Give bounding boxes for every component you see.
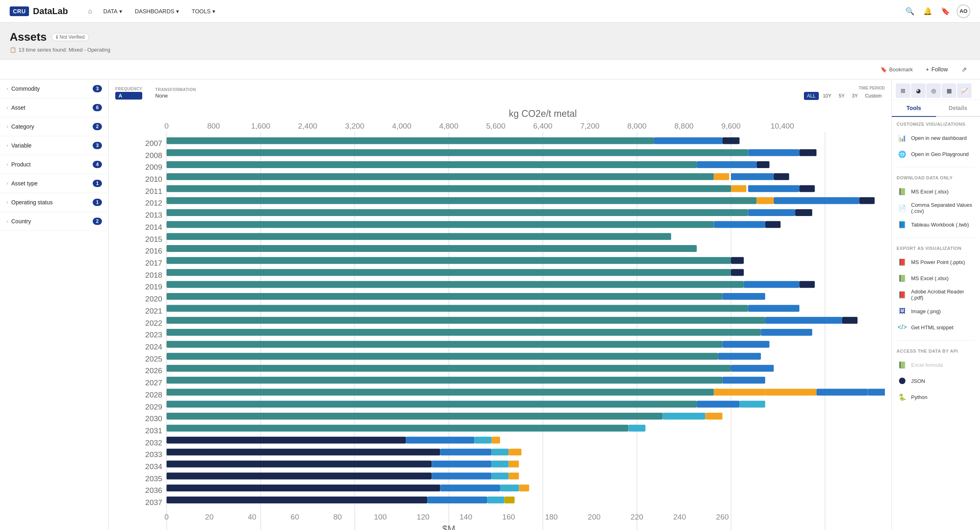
svg-rect-89	[774, 197, 859, 204]
chart-area: FREQUENCY A TRANSFORMATION None TIME PER…	[109, 79, 891, 530]
badge-label: Not Verified	[60, 34, 85, 40]
viz-donut-icon[interactable]: ◎	[926, 83, 941, 98]
svg-rect-107	[723, 377, 765, 384]
time-btn-custom[interactable]: Custom	[862, 92, 885, 100]
svg-rect-129	[440, 484, 500, 491]
svg-text:2009: 2009	[145, 163, 162, 171]
svg-text:2017: 2017	[145, 259, 162, 267]
svg-rect-105	[718, 353, 761, 360]
frequency-value: A	[115, 92, 142, 100]
svg-text:2034: 2034	[145, 462, 162, 471]
open-dashboard-item[interactable]: 📊 Open in new dashboard	[897, 130, 975, 146]
nav-data[interactable]: DATA ▾	[98, 6, 127, 17]
export-pdf-label: Adobe Acrobat Reader (.pdf)	[911, 289, 975, 301]
export-png-item[interactable]: 🖼 Image (.png)	[897, 303, 975, 319]
svg-text:2032: 2032	[145, 439, 162, 447]
export-pdf-item[interactable]: 📕 Adobe Acrobat Reader (.pdf)	[897, 286, 975, 303]
api-json-item[interactable]: JSON	[897, 373, 975, 389]
export-html-item[interactable]: </> Get HTML snippet	[897, 319, 975, 335]
svg-rect-59	[166, 305, 748, 312]
filter-asset[interactable]: › Asset 6	[0, 98, 108, 117]
bookmark-button[interactable]: 🔖 Bookmark	[877, 65, 916, 74]
api-python-label: Python	[911, 394, 927, 400]
chart-svg-container: kg CO2e/t metal 0 800 1,600 2,400 3,200 …	[115, 105, 885, 530]
viz-pie-icon[interactable]: ◕	[911, 83, 926, 98]
svg-text:2024: 2024	[145, 343, 162, 351]
export-ppt-item[interactable]: 📕 MS Power Point (.pptx)	[897, 254, 975, 270]
svg-rect-86	[748, 185, 799, 192]
svg-text:3,200: 3,200	[345, 122, 364, 130]
download-csv-item[interactable]: 📄 Comma Separated Values (.csv)	[897, 200, 975, 216]
nav-dashboards[interactable]: DASHBOARDS ▾	[129, 6, 185, 17]
api-python-item[interactable]: 🐍 Python	[897, 389, 975, 405]
svg-rect-93	[714, 221, 765, 228]
svg-rect-114	[662, 413, 705, 420]
svg-rect-115	[705, 413, 722, 420]
download-tableau-item[interactable]: 📘 Tableau Workbook (.twb)	[897, 216, 975, 233]
filter-asset-type[interactable]: › Asset type 1	[0, 174, 108, 193]
home-button[interactable]: ⌂	[84, 5, 96, 17]
share-icon: ⇗	[961, 66, 967, 73]
time-btn-10y[interactable]: 10Y	[820, 92, 835, 100]
filter-product[interactable]: › Product 4	[0, 155, 108, 174]
viz-bar-icon[interactable]: ▦	[942, 83, 956, 98]
status-badge: ℹ Not Verified	[52, 33, 89, 41]
svg-rect-65	[166, 377, 722, 384]
notifications-button[interactable]: 🔔	[921, 5, 934, 18]
svg-rect-58	[166, 293, 722, 300]
geo-icon: 🌐	[897, 148, 908, 160]
time-btn-3y[interactable]: 3Y	[849, 92, 861, 100]
time-btn-5y[interactable]: 5Y	[835, 92, 848, 100]
export-html-label: Get HTML snippet	[911, 324, 953, 330]
filter-variable-label: Variable	[11, 142, 31, 149]
time-btn-all[interactable]: ALL	[804, 92, 819, 100]
section-api: ACCESS THE DATA BY API 📗 Excel formula J…	[892, 344, 980, 407]
open-geo-item[interactable]: 🌐 Open in Geo Playground	[897, 146, 975, 162]
svg-text:800: 800	[207, 122, 220, 130]
svg-rect-118	[474, 436, 491, 443]
filter-commodity[interactable]: › Commodity 3	[0, 79, 108, 98]
filter-operating-status-count: 1	[93, 199, 102, 206]
page-header: Assets ℹ Not Verified 📋 13 time series f…	[0, 23, 980, 60]
download-excel-item[interactable]: 📗 MS Excel (.xlsx)	[897, 183, 975, 200]
section-download: DOWNLOAD DATA ONLY 📗 MS Excel (.xlsx) 📄 …	[892, 170, 980, 234]
filter-category[interactable]: › Category 2	[0, 117, 108, 136]
x-axis-bottom: 0 20 40 60 80 100 120 140 160 180 200 22…	[164, 513, 729, 521]
filter-operating-status[interactable]: › Operating status 1	[0, 193, 108, 212]
user-avatar[interactable]: AO	[957, 4, 970, 18]
filter-country[interactable]: › Country 2	[0, 212, 108, 231]
filter-variable[interactable]: › Variable 3	[0, 136, 108, 155]
chevron-icon: ›	[6, 105, 8, 110]
svg-text:2014: 2014	[145, 223, 162, 231]
bar-chart: kg CO2e/t metal 0 800 1,600 2,400 3,200 …	[115, 105, 885, 530]
export-excel-item[interactable]: 📗 MS Excel (.xlsx)	[897, 270, 975, 286]
svg-rect-49	[166, 185, 731, 192]
tab-details[interactable]: Details	[936, 100, 980, 117]
divider-2	[897, 237, 975, 238]
svg-rect-88	[757, 197, 774, 204]
svg-rect-120	[440, 449, 491, 455]
svg-text:9,600: 9,600	[721, 122, 741, 130]
follow-button[interactable]: + Follow	[922, 64, 951, 74]
svg-rect-127	[492, 473, 509, 480]
bookmark-icon: 🔖	[880, 67, 887, 73]
tab-tools[interactable]: Tools	[892, 100, 936, 117]
svg-rect-47	[166, 161, 697, 168]
logo[interactable]: CRU DataLab	[10, 6, 68, 17]
bookmarks-button[interactable]: 🔖	[939, 5, 952, 18]
filter-product-label: Product	[11, 161, 31, 168]
nav-tools[interactable]: TOOLS ▾	[186, 6, 221, 17]
filter-asset-label: Asset	[11, 104, 25, 111]
viz-grid-icon[interactable]: ⊞	[896, 83, 910, 98]
svg-rect-75	[166, 497, 427, 503]
frequency-control: FREQUENCY A	[115, 87, 142, 100]
svg-rect-117	[406, 436, 475, 443]
divider-1	[897, 167, 975, 167]
pdf-icon: 📕	[897, 289, 908, 300]
viz-line-icon[interactable]: 📈	[957, 83, 972, 98]
filter-operating-status-label: Operating status	[11, 199, 53, 206]
search-button[interactable]: 🔍	[903, 5, 916, 18]
svg-rect-119	[492, 436, 500, 443]
api-excel-item[interactable]: 📗 Excel formula	[897, 357, 975, 373]
share-button[interactable]: ⇗	[957, 63, 970, 76]
